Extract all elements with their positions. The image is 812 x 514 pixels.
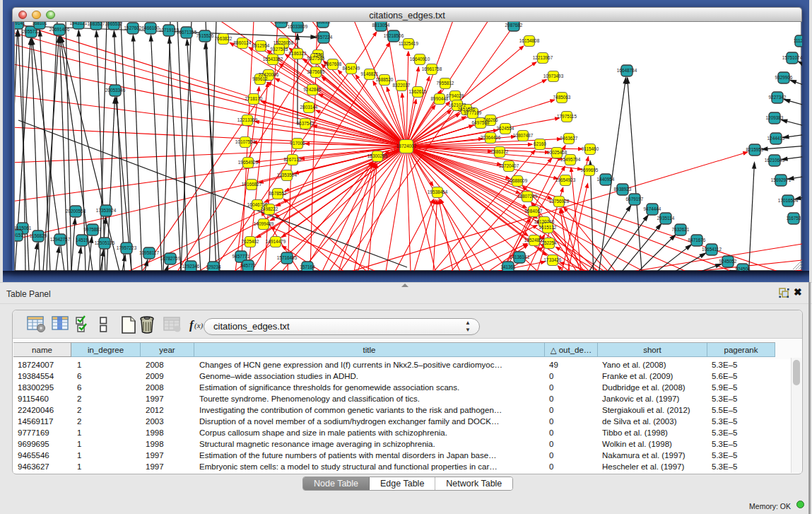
svg-text:1362615: 1362615 — [409, 89, 427, 94]
svg-text:17353924: 17353924 — [96, 208, 117, 213]
svg-text:17975115: 17975115 — [557, 114, 577, 119]
svg-text:8186323: 8186323 — [289, 51, 307, 56]
svg-text:6679197: 6679197 — [626, 197, 644, 201]
svg-text:16543382: 16543382 — [263, 57, 283, 62]
svg-text:1615132: 1615132 — [539, 225, 557, 230]
svg-text:(x): (x) — [194, 321, 204, 330]
svg-text:152254: 152254 — [541, 240, 557, 245]
svg-text:16640910: 16640910 — [410, 57, 430, 62]
svg-text:16782759: 16782759 — [160, 256, 181, 261]
svg-text:9777169: 9777169 — [464, 110, 482, 115]
svg-text:8471676: 8471676 — [688, 238, 706, 243]
svg-text:1733426: 1733426 — [544, 257, 562, 262]
svg-text:8267130: 8267130 — [284, 157, 302, 162]
svg-text:9975887: 9975887 — [84, 227, 102, 232]
svg-text:8678552: 8678552 — [269, 191, 287, 196]
svg-text:11325419: 11325419 — [399, 41, 418, 46]
svg-text:9084067: 9084067 — [525, 209, 543, 214]
svg-text:6794028: 6794028 — [447, 93, 464, 98]
svg-text:1943121: 1943121 — [70, 22, 88, 25]
svg-text:1527602: 1527602 — [124, 25, 142, 30]
svg-text:14099489: 14099489 — [254, 221, 274, 226]
svg-text:19538454: 19538454 — [428, 189, 448, 194]
svg-text:7886372: 7886372 — [491, 149, 509, 154]
svg-text:16648784: 16648784 — [617, 68, 637, 73]
svg-text:989612: 989612 — [252, 76, 268, 81]
svg-text:7955812: 7955812 — [437, 81, 454, 86]
svg-text:15716485: 15716485 — [277, 255, 298, 260]
svg-text:945777: 945777 — [240, 263, 256, 268]
svg-text:9227342: 9227342 — [769, 95, 787, 100]
svg-text:1440954: 1440954 — [597, 177, 615, 182]
svg-text:20053346: 20053346 — [105, 88, 126, 93]
svg-text:1083527: 1083527 — [88, 22, 105, 26]
svg-text:17957223: 17957223 — [117, 245, 137, 250]
svg-text:6466160: 6466160 — [142, 25, 160, 30]
svg-text:18300295: 18300295 — [367, 153, 388, 158]
svg-text:9327505: 9327505 — [307, 56, 325, 61]
svg-text:7485063: 7485063 — [553, 95, 571, 100]
svg-text:9637542: 9637542 — [297, 121, 314, 126]
svg-text:10688609: 10688609 — [507, 178, 528, 183]
svg-text:8813054: 8813054 — [372, 23, 390, 28]
svg-text:1209383: 1209383 — [766, 115, 784, 120]
svg-text:19654923: 19654923 — [555, 177, 576, 182]
svg-text:168101: 168101 — [32, 22, 47, 25]
svg-text:9463627: 9463627 — [560, 136, 578, 141]
svg-text:19166827: 19166827 — [242, 182, 262, 187]
svg-text:18807249: 18807249 — [517, 194, 538, 199]
svg-text:8322037: 8322037 — [393, 83, 411, 88]
svg-text:12942757: 12942757 — [50, 237, 71, 242]
svg-text:2803144: 2803144 — [300, 105, 318, 110]
svg-text:9329906: 9329906 — [775, 75, 793, 80]
svg-text:3875685: 3875685 — [307, 69, 325, 74]
svg-text:7515526: 7515526 — [196, 33, 214, 38]
svg-text:9245052: 9245052 — [719, 259, 737, 264]
svg-text:1292346: 1292346 — [182, 264, 200, 269]
svg-text:9474444: 9474444 — [644, 206, 661, 211]
svg-text:10025468: 10025468 — [547, 150, 567, 155]
svg-text:15720407: 15720407 — [499, 163, 519, 168]
svg-text:17016504: 17016504 — [778, 198, 799, 203]
svg-text:141361: 141361 — [500, 264, 516, 269]
svg-text:1498222: 1498222 — [261, 206, 278, 211]
svg-text:10973493: 10973493 — [543, 74, 564, 78]
svg-text:8215955: 8215955 — [746, 147, 764, 152]
svg-text:111217: 111217 — [794, 38, 802, 43]
svg-text:16154808: 16154808 — [519, 38, 540, 43]
svg-text:8454749: 8454749 — [343, 66, 360, 71]
svg-text:9242845: 9242845 — [304, 87, 322, 92]
svg-text:129234: 129234 — [206, 264, 221, 269]
svg-text:1588520: 1588520 — [376, 77, 394, 82]
svg-text:11353594: 11353594 — [277, 173, 297, 177]
svg-text:2087682: 2087682 — [505, 23, 523, 28]
svg-text:8860124: 8860124 — [234, 40, 252, 45]
svg-text:2718170: 2718170 — [245, 96, 263, 101]
svg-text:9457771: 9457771 — [233, 254, 250, 259]
svg-text:62160: 62160 — [534, 141, 546, 146]
svg-text:12213369: 12213369 — [237, 117, 258, 122]
svg-text:19654925: 19654925 — [238, 160, 259, 165]
svg-text:15226058: 15226058 — [273, 40, 294, 45]
svg-text:4615061: 4615061 — [15, 226, 32, 230]
svg-text:18724007: 18724007 — [396, 144, 417, 148]
svg-text:2055712: 2055712 — [23, 29, 40, 34]
svg-text:157164: 157164 — [300, 264, 315, 269]
svg-text:14914479: 14914479 — [266, 239, 286, 244]
svg-text:12505135: 12505135 — [95, 240, 115, 245]
svg-text:10107553: 10107553 — [235, 139, 256, 144]
svg-text:917006: 917006 — [290, 141, 305, 146]
svg-text:16120746: 16120746 — [534, 219, 555, 224]
svg-text:9146821: 9146821 — [361, 71, 379, 76]
svg-text:15751074: 15751074 — [782, 55, 802, 60]
svg-text:10654112: 10654112 — [702, 247, 722, 252]
svg-text:16210643: 16210643 — [765, 158, 785, 163]
svg-text:8912954: 8912954 — [252, 43, 270, 48]
svg-text:8938923: 8938923 — [614, 187, 632, 192]
svg-text:20691406: 20691406 — [49, 27, 70, 32]
svg-text:16033809: 16033809 — [288, 24, 308, 29]
svg-text:19756928: 19756928 — [549, 199, 570, 204]
svg-text:15692971: 15692971 — [771, 177, 792, 182]
svg-text:1244415: 1244415 — [767, 136, 785, 141]
svg-text:9327503: 9327503 — [271, 47, 288, 52]
